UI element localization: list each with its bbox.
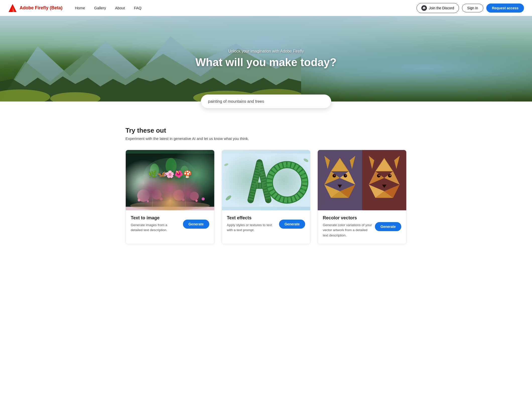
- card-text-to-image-title: Text to image: [131, 215, 180, 221]
- svg-point-25: [169, 199, 171, 202]
- svg-line-16: [184, 172, 185, 207]
- brand-name: Adobe Firefly (Beta): [20, 5, 62, 11]
- svg-point-36: [269, 165, 305, 200]
- svg-point-24: [160, 197, 163, 200]
- card-recolor-vectors-body: Recolor vectors Generate color variation…: [318, 210, 406, 244]
- generate-recolor-vectors-button[interactable]: Generate: [375, 222, 401, 231]
- hero-search-input[interactable]: [201, 94, 331, 109]
- card-recolor-vectors-image: [318, 150, 406, 210]
- svg-marker-46: [324, 171, 340, 185]
- svg-point-40: [301, 188, 305, 193]
- nav-about[interactable]: About: [112, 4, 128, 12]
- nav-right: Join the Discord Sign In Request access: [417, 3, 524, 13]
- nav-home[interactable]: Home: [72, 4, 89, 12]
- discord-icon: [421, 5, 427, 11]
- svg-point-23: [147, 200, 149, 202]
- hero-section: Unlock your imagination with Adobe Firef…: [0, 16, 532, 102]
- svg-marker-56: [350, 156, 355, 169]
- search-bar-wrapper: [201, 94, 331, 109]
- dog-right-panel: [362, 150, 406, 210]
- card-text-to-image-text: Text to image Generate images from a det…: [131, 215, 180, 233]
- hero-text-area: Unlock your imagination with Adobe Firef…: [190, 49, 342, 69]
- card-text-to-image-body: Text to image Generate images from a det…: [126, 210, 214, 239]
- generate-text-effects-button[interactable]: Generate: [279, 220, 305, 229]
- card-text-to-image: Text to image Generate images from a det…: [125, 150, 215, 244]
- card-text-effects-title: Text effects: [227, 215, 276, 221]
- navbar: Adobe Firefly (Beta) Home Gallery About …: [0, 0, 532, 16]
- svg-marker-72: [394, 156, 400, 169]
- svg-marker-61: [375, 158, 393, 171]
- svg-point-22: [138, 199, 141, 202]
- svg-point-37: [269, 165, 305, 200]
- svg-point-41: [285, 198, 289, 200]
- svg-marker-62: [369, 171, 384, 185]
- card-text-effects: Text effects Apply styles or textures to…: [222, 150, 311, 244]
- card-text-effects-body: Text effects Apply styles or textures to…: [222, 210, 310, 239]
- svg-point-69: [378, 175, 380, 176]
- svg-marker-57: [338, 185, 342, 188]
- svg-point-26: [182, 198, 185, 201]
- dog-left-panel: [318, 150, 362, 210]
- svg-marker-47: [340, 171, 355, 185]
- request-access-button[interactable]: Request access: [486, 4, 524, 13]
- svg-point-39: [301, 172, 305, 177]
- nav-links: Home Gallery About FAQ: [72, 4, 417, 12]
- card-recolor-vectors-text: Recolor vectors Generate color variation…: [323, 215, 372, 238]
- svg-marker-71: [369, 156, 374, 169]
- hero-subtitle: Unlock your imagination with Adobe Firef…: [195, 49, 337, 54]
- svg-point-13: [150, 164, 159, 177]
- svg-marker-63: [384, 171, 400, 185]
- fantasy-garden-illustration: [126, 150, 214, 210]
- svg-point-19: [152, 190, 162, 199]
- discord-label: Join the Discord: [429, 6, 454, 10]
- svg-line-12: [152, 171, 155, 207]
- svg-point-54: [345, 175, 347, 176]
- text-effects-illustration: [222, 150, 310, 210]
- svg-point-70: [389, 175, 391, 176]
- svg-point-21: [190, 192, 199, 200]
- card-text-to-image-desc: Generate images from a detailed text des…: [131, 223, 180, 233]
- discord-button[interactable]: Join the Discord: [417, 3, 459, 13]
- svg-line-14: [170, 167, 171, 207]
- svg-point-34: [255, 181, 259, 184]
- cards-grid: Text to image Generate images from a det…: [125, 150, 407, 244]
- svg-point-27: [195, 200, 198, 202]
- logo-area: Adobe Firefly (Beta): [8, 4, 62, 13]
- svg-marker-73: [382, 185, 386, 188]
- signin-button[interactable]: Sign In: [462, 4, 484, 12]
- svg-point-15: [166, 158, 177, 174]
- svg-point-42: [225, 194, 232, 201]
- card-text-effects-image: [222, 150, 310, 210]
- svg-point-53: [334, 175, 336, 176]
- nav-faq[interactable]: FAQ: [130, 4, 145, 12]
- nav-gallery[interactable]: Gallery: [91, 4, 110, 12]
- svg-point-43: [303, 158, 309, 163]
- hero-wrapper: Unlock your imagination with Adobe Firef…: [0, 16, 532, 102]
- svg-point-29: [130, 201, 210, 210]
- svg-point-28: [202, 197, 205, 200]
- svg-point-18: [137, 189, 150, 202]
- section-title: Try these out: [125, 127, 407, 134]
- card-text-effects-desc: Apply styles or textures to text with a …: [227, 223, 276, 233]
- card-text-to-image-image: [126, 150, 214, 210]
- section-description: Experiment with the latest in generative…: [125, 136, 407, 141]
- adobe-icon: [8, 4, 17, 13]
- svg-point-17: [180, 166, 188, 177]
- svg-point-31: [164, 172, 169, 176]
- card-text-effects-text: Text effects Apply styles or textures to…: [227, 215, 276, 233]
- svg-point-20: [173, 190, 184, 201]
- card-recolor-vectors-desc: Generate color variations of your vector…: [323, 223, 372, 238]
- svg-marker-55: [324, 156, 330, 169]
- try-section: Try these out Experiment with the latest…: [115, 109, 417, 254]
- svg-point-44: [224, 163, 229, 166]
- generate-text-to-image-button[interactable]: Generate: [183, 220, 209, 229]
- svg-point-30: [161, 172, 168, 177]
- card-recolor-vectors-title: Recolor vectors: [323, 215, 372, 221]
- svg-marker-45: [331, 158, 349, 171]
- hero-title: What will you make today?: [195, 56, 337, 69]
- svg-rect-10: [126, 154, 214, 207]
- svg-rect-33: [222, 154, 310, 207]
- svg-point-35: [260, 172, 263, 175]
- svg-point-38: [285, 165, 289, 167]
- svg-point-11: [144, 158, 197, 193]
